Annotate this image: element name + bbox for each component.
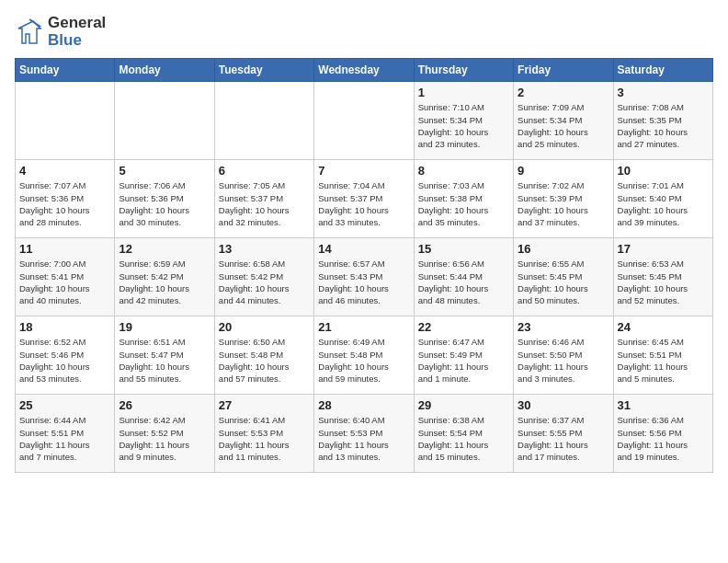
day-cell-15: 15Sunrise: 6:56 AM Sunset: 5:44 PM Dayli… [414, 238, 513, 316]
day-cell-10: 10Sunrise: 7:01 AM Sunset: 5:40 PM Dayli… [613, 160, 712, 238]
empty-cell [115, 82, 214, 160]
day-info: Sunrise: 7:04 AM Sunset: 5:37 PM Dayligh… [318, 179, 409, 228]
week-row-3: 11Sunrise: 7:00 AM Sunset: 5:41 PM Dayli… [16, 238, 713, 316]
day-cell-18: 18Sunrise: 6:52 AM Sunset: 5:46 PM Dayli… [16, 316, 115, 395]
day-header-saturday: Saturday [613, 59, 712, 82]
calendar-header: SundayMondayTuesdayWednesdayThursdayFrid… [16, 59, 713, 82]
day-number: 5 [119, 164, 210, 178]
day-cell-23: 23Sunrise: 6:46 AM Sunset: 5:50 PM Dayli… [514, 316, 613, 395]
day-number: 31 [618, 398, 709, 412]
day-info: Sunrise: 7:10 AM Sunset: 5:34 PM Dayligh… [418, 101, 509, 150]
day-info: Sunrise: 6:42 AM Sunset: 5:52 PM Dayligh… [119, 414, 210, 463]
week-row-5: 25Sunrise: 6:44 AM Sunset: 5:51 PM Dayli… [16, 395, 713, 473]
day-number: 28 [318, 398, 409, 412]
day-info: Sunrise: 6:55 AM Sunset: 5:45 PM Dayligh… [518, 258, 609, 306]
day-cell-20: 20Sunrise: 6:50 AM Sunset: 5:48 PM Dayli… [214, 316, 313, 395]
empty-cell [314, 82, 414, 160]
day-number: 1 [418, 86, 509, 99]
day-number: 6 [219, 164, 310, 178]
day-header-tuesday: Tuesday [214, 59, 313, 82]
day-number: 25 [19, 398, 110, 412]
calendar-table: SundayMondayTuesdayWednesdayThursdayFrid… [15, 58, 713, 473]
day-cell-25: 25Sunrise: 6:44 AM Sunset: 5:51 PM Dayli… [16, 395, 115, 473]
day-info: Sunrise: 6:37 AM Sunset: 5:55 PM Dayligh… [518, 414, 609, 463]
week-row-1: 1Sunrise: 7:10 AM Sunset: 5:34 PM Daylig… [16, 82, 713, 160]
day-cell-31: 31Sunrise: 6:36 AM Sunset: 5:56 PM Dayli… [613, 395, 712, 473]
day-info: Sunrise: 7:08 AM Sunset: 5:35 PM Dayligh… [618, 101, 709, 150]
header-row: SundayMondayTuesdayWednesdayThursdayFrid… [16, 59, 713, 82]
day-cell-2: 2Sunrise: 7:09 AM Sunset: 5:34 PM Daylig… [514, 82, 613, 160]
day-header-wednesday: Wednesday [314, 59, 414, 82]
day-info: Sunrise: 6:59 AM Sunset: 5:42 PM Dayligh… [119, 258, 210, 306]
day-number: 20 [219, 320, 310, 334]
day-info: Sunrise: 7:07 AM Sunset: 5:36 PM Dayligh… [19, 179, 110, 228]
day-header-sunday: Sunday [16, 59, 115, 82]
day-number: 26 [119, 398, 210, 412]
day-number: 9 [518, 164, 609, 178]
day-cell-30: 30Sunrise: 6:37 AM Sunset: 5:55 PM Dayli… [514, 395, 613, 473]
logo-text: General Blue [48, 15, 106, 49]
day-info: Sunrise: 7:06 AM Sunset: 5:36 PM Dayligh… [119, 179, 210, 228]
day-cell-16: 16Sunrise: 6:55 AM Sunset: 5:45 PM Dayli… [514, 238, 613, 316]
day-info: Sunrise: 6:50 AM Sunset: 5:48 PM Dayligh… [219, 336, 310, 385]
day-header-friday: Friday [514, 59, 613, 82]
day-number: 2 [518, 86, 609, 99]
day-cell-17: 17Sunrise: 6:53 AM Sunset: 5:45 PM Dayli… [613, 238, 712, 316]
day-info: Sunrise: 6:53 AM Sunset: 5:45 PM Dayligh… [618, 258, 709, 306]
day-cell-1: 1Sunrise: 7:10 AM Sunset: 5:34 PM Daylig… [414, 82, 513, 160]
week-row-2: 4Sunrise: 7:07 AM Sunset: 5:36 PM Daylig… [16, 160, 713, 238]
day-number: 18 [19, 320, 110, 334]
day-number: 14 [318, 242, 409, 256]
day-cell-6: 6Sunrise: 7:05 AM Sunset: 5:37 PM Daylig… [214, 160, 313, 238]
empty-cell [214, 82, 313, 160]
day-cell-5: 5Sunrise: 7:06 AM Sunset: 5:36 PM Daylig… [115, 160, 214, 238]
day-info: Sunrise: 6:38 AM Sunset: 5:54 PM Dayligh… [418, 414, 509, 463]
day-cell-8: 8Sunrise: 7:03 AM Sunset: 5:38 PM Daylig… [414, 160, 513, 238]
day-info: Sunrise: 6:52 AM Sunset: 5:46 PM Dayligh… [19, 336, 110, 385]
calendar-body: 1Sunrise: 7:10 AM Sunset: 5:34 PM Daylig… [16, 82, 713, 473]
day-number: 24 [618, 320, 709, 334]
day-info: Sunrise: 6:56 AM Sunset: 5:44 PM Dayligh… [418, 258, 509, 306]
day-cell-3: 3Sunrise: 7:08 AM Sunset: 5:35 PM Daylig… [613, 82, 712, 160]
day-number: 27 [219, 398, 310, 412]
day-number: 8 [418, 164, 509, 178]
week-row-4: 18Sunrise: 6:52 AM Sunset: 5:46 PM Dayli… [16, 316, 713, 395]
day-info: Sunrise: 7:05 AM Sunset: 5:37 PM Dayligh… [219, 179, 310, 228]
day-info: Sunrise: 6:58 AM Sunset: 5:42 PM Dayligh… [219, 258, 310, 306]
day-cell-4: 4Sunrise: 7:07 AM Sunset: 5:36 PM Daylig… [16, 160, 115, 238]
day-info: Sunrise: 7:03 AM Sunset: 5:38 PM Dayligh… [418, 179, 509, 228]
day-cell-27: 27Sunrise: 6:41 AM Sunset: 5:53 PM Dayli… [214, 395, 313, 473]
day-info: Sunrise: 6:57 AM Sunset: 5:43 PM Dayligh… [318, 258, 409, 306]
day-number: 29 [418, 398, 509, 412]
day-info: Sunrise: 7:00 AM Sunset: 5:41 PM Dayligh… [19, 258, 110, 306]
day-number: 10 [618, 164, 709, 178]
day-info: Sunrise: 6:41 AM Sunset: 5:53 PM Dayligh… [219, 414, 310, 463]
day-cell-21: 21Sunrise: 6:49 AM Sunset: 5:48 PM Dayli… [314, 316, 414, 395]
day-cell-11: 11Sunrise: 7:00 AM Sunset: 5:41 PM Dayli… [16, 238, 115, 316]
day-number: 22 [418, 320, 509, 334]
day-number: 7 [318, 164, 409, 178]
day-number: 12 [119, 242, 210, 256]
day-cell-9: 9Sunrise: 7:02 AM Sunset: 5:39 PM Daylig… [514, 160, 613, 238]
day-info: Sunrise: 6:36 AM Sunset: 5:56 PM Dayligh… [618, 414, 709, 463]
day-number: 17 [618, 242, 709, 256]
day-cell-26: 26Sunrise: 6:42 AM Sunset: 5:52 PM Dayli… [115, 395, 214, 473]
day-number: 16 [518, 242, 609, 256]
day-number: 19 [119, 320, 210, 334]
day-info: Sunrise: 7:02 AM Sunset: 5:39 PM Dayligh… [518, 179, 609, 228]
day-cell-28: 28Sunrise: 6:40 AM Sunset: 5:53 PM Dayli… [314, 395, 414, 473]
day-cell-12: 12Sunrise: 6:59 AM Sunset: 5:42 PM Dayli… [115, 238, 214, 316]
day-info: Sunrise: 6:45 AM Sunset: 5:51 PM Dayligh… [618, 336, 709, 385]
day-number: 13 [219, 242, 310, 256]
day-info: Sunrise: 6:49 AM Sunset: 5:48 PM Dayligh… [318, 336, 409, 385]
logo: General Blue [15, 15, 106, 49]
header: General Blue [15, 15, 713, 49]
day-cell-14: 14Sunrise: 6:57 AM Sunset: 5:43 PM Dayli… [314, 238, 414, 316]
day-cell-22: 22Sunrise: 6:47 AM Sunset: 5:49 PM Dayli… [414, 316, 513, 395]
day-cell-19: 19Sunrise: 6:51 AM Sunset: 5:47 PM Dayli… [115, 316, 214, 395]
day-number: 30 [518, 398, 609, 412]
day-info: Sunrise: 7:01 AM Sunset: 5:40 PM Dayligh… [618, 179, 709, 228]
day-number: 15 [418, 242, 509, 256]
day-info: Sunrise: 6:44 AM Sunset: 5:51 PM Dayligh… [19, 414, 110, 463]
day-info: Sunrise: 6:40 AM Sunset: 5:53 PM Dayligh… [318, 414, 409, 463]
